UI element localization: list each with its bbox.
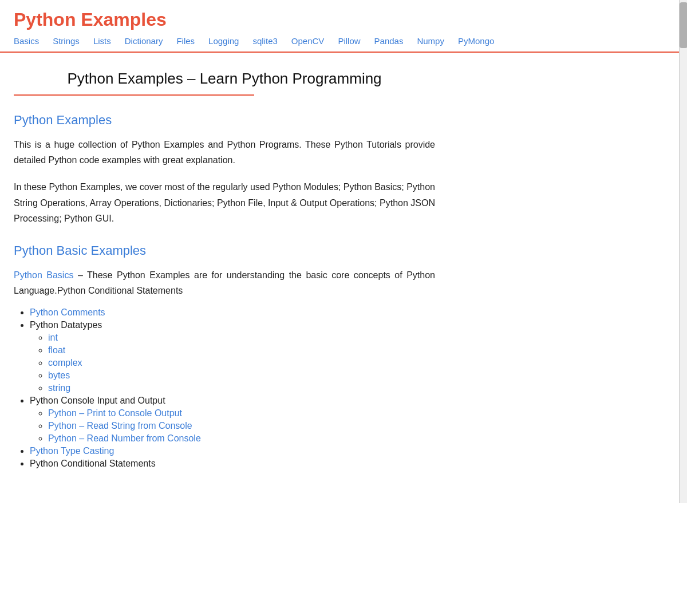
datatypes-label: Python Datatypes <box>30 320 102 330</box>
page-heading: Python Examples – Learn Python Programmi… <box>14 70 435 88</box>
para-2: In these Python Examples, we cover most … <box>14 179 435 226</box>
nav-link-dictionary[interactable]: Dictionary <box>125 36 163 46</box>
section-python-examples: Python Examples This is a huge collectio… <box>14 113 435 226</box>
print-console-link[interactable]: Python – Print to Console Output <box>48 408 182 418</box>
list-item-conditional: Python Conditional Statements <box>30 459 435 469</box>
list-item-complex: complex <box>48 358 435 368</box>
int-link[interactable]: int <box>48 333 58 342</box>
python-comments-link[interactable]: Python Comments <box>30 307 105 317</box>
list-item-type-casting: Python Type Casting <box>30 446 435 456</box>
nav-link-pandas[interactable]: Pandas <box>374 36 404 46</box>
nav-link-opencv[interactable]: OpenCV <box>291 36 325 46</box>
basics-intro: Python Basics – These Python Examples ar… <box>14 267 435 298</box>
list-item-print: Python – Print to Console Output <box>48 408 435 418</box>
console-io-sublist: Python – Print to Console Output Python … <box>30 408 435 444</box>
nav-link-files[interactable]: Files <box>176 36 195 46</box>
nav-link-pillow[interactable]: Pillow <box>338 36 360 46</box>
conditional-label: Python Conditional Statements <box>30 459 156 468</box>
para-1: This is a huge collection of Python Exam… <box>14 137 435 168</box>
scrollbar-thumb[interactable] <box>680 2 687 48</box>
basics-list: Python Comments Python Datatypes int flo… <box>14 307 435 469</box>
string-link[interactable]: string <box>48 383 70 393</box>
section-title-examples: Python Examples <box>14 113 435 128</box>
console-io-label: Python Console Input and Output <box>30 396 165 405</box>
datatypes-sublist: int float complex bytes string <box>30 333 435 393</box>
float-link[interactable]: float <box>48 345 65 355</box>
nav-link-numpy[interactable]: Numpy <box>417 36 444 46</box>
nav-link-strings[interactable]: Strings <box>53 36 80 46</box>
nav-link-pymongo[interactable]: PyMongo <box>458 36 494 46</box>
site-header: Python Examples BasicsStringsListsDictio… <box>0 0 687 53</box>
section-title-basics: Python Basic Examples <box>14 243 435 258</box>
list-item-read-number: Python – Read Number from Console <box>48 433 435 444</box>
scrollbar[interactable] <box>679 0 687 503</box>
list-item-console-io: Python Console Input and Output Python –… <box>30 396 435 444</box>
list-item-string: string <box>48 383 435 393</box>
heading-divider <box>14 94 254 96</box>
list-item-float: float <box>48 345 435 356</box>
basics-intro-text: – These Python Examples are for understa… <box>14 270 435 295</box>
list-item-read-string: Python – Read String from Console <box>48 421 435 431</box>
read-string-link[interactable]: Python – Read String from Console <box>48 421 192 431</box>
list-item-datatypes: Python Datatypes int float complex bytes… <box>30 320 435 393</box>
nav-link-lists[interactable]: Lists <box>93 36 111 46</box>
nav-link-basics[interactable]: Basics <box>14 36 39 46</box>
python-basics-link[interactable]: Python Basics <box>14 270 73 280</box>
read-number-link[interactable]: Python – Read Number from Console <box>48 433 201 443</box>
section-python-basic-examples: Python Basic Examples Python Basics – Th… <box>14 243 435 469</box>
main-content: Python Examples – Learn Python Programmi… <box>0 53 469 503</box>
nav-link-logging[interactable]: Logging <box>208 36 239 46</box>
site-title: Python Examples <box>14 9 673 30</box>
main-nav: BasicsStringsListsDictionaryFilesLogging… <box>14 36 673 52</box>
bytes-link[interactable]: bytes <box>48 370 70 380</box>
list-item-comments: Python Comments <box>30 307 435 318</box>
list-item-bytes: bytes <box>48 370 435 381</box>
complex-link[interactable]: complex <box>48 358 82 368</box>
nav-link-sqlite3[interactable]: sqlite3 <box>252 36 277 46</box>
type-casting-link[interactable]: Python Type Casting <box>30 446 114 456</box>
list-item-int: int <box>48 333 435 343</box>
